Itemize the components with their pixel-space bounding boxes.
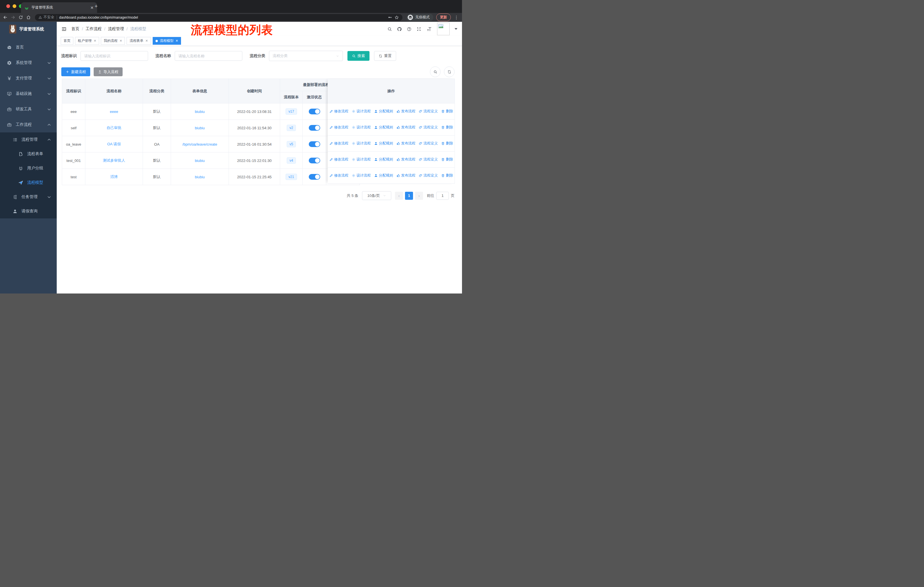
sidebar-item-7[interactable]: 流程表单 — [0, 147, 57, 161]
action-assign-user-link[interactable]: 分配规则 — [374, 125, 393, 130]
action-definition-link-link[interactable]: 流程定义 — [419, 157, 438, 162]
reload-icon[interactable] — [18, 15, 23, 20]
search-icon[interactable] — [387, 26, 392, 31]
sidebar-item-1[interactable]: 系统管理 — [0, 55, 57, 71]
form-info-link[interactable]: biubiu — [195, 126, 205, 130]
action-publish-thumb-link[interactable]: 发布流程 — [396, 125, 416, 130]
form-info-link[interactable]: biubiu — [195, 175, 205, 179]
sidebar-item-8[interactable]: 用户分组 — [0, 161, 57, 175]
process-name-link[interactable]: 滔博 — [110, 174, 118, 179]
action-pen-link[interactable]: 修改流程 — [329, 157, 348, 162]
category-select[interactable]: 流程分类 — [269, 51, 343, 61]
tag-close-icon[interactable]: ✕ — [119, 39, 122, 43]
action-assign-user-link[interactable]: 分配规则 — [374, 141, 393, 146]
create-process-button[interactable]: 新建流程 — [61, 67, 90, 76]
security-warning[interactable]: 不安全 — [38, 15, 54, 20]
process-name-link[interactable]: OA 请假 — [107, 142, 121, 147]
breadcrumb-item-0[interactable]: 首页 — [71, 26, 79, 31]
logo-row[interactable]: 芋道管理系统 — [0, 22, 57, 36]
address-bar[interactable]: 不安全 dashboard.yudao.iocoder.cn/bpm/manag… — [35, 14, 403, 21]
home-icon[interactable] — [26, 15, 31, 20]
action-pen-link[interactable]: 修改流程 — [329, 173, 348, 178]
refresh-table-button[interactable] — [444, 66, 455, 77]
sidebar-item-2[interactable]: 支付管理 — [0, 71, 57, 86]
browser-tab[interactable]: 芋道管理系统 ✕ — [21, 2, 97, 13]
tag-3[interactable]: 流程表单✕ — [127, 37, 151, 45]
forward-icon[interactable] — [11, 15, 15, 20]
import-process-button[interactable]: 导入流程 — [94, 67, 122, 76]
github-icon[interactable] — [397, 26, 402, 31]
browser-menu-icon[interactable]: ⋮ — [454, 15, 459, 20]
sidebar-item-6[interactable]: 流程管理 — [0, 132, 57, 147]
action-pen-link[interactable]: 修改流程 — [329, 125, 348, 130]
help-icon[interactable] — [407, 26, 412, 31]
action-publish-thumb-link[interactable]: 发布流程 — [396, 141, 416, 146]
next-page-button[interactable]: › — [415, 192, 423, 200]
action-assign-user-link[interactable]: 分配规则 — [374, 109, 393, 114]
action-assign-user-link[interactable]: 分配规则 — [374, 157, 393, 162]
form-info-link[interactable]: biubiu — [195, 109, 205, 114]
breadcrumb-item-1[interactable]: 工作流程 — [86, 26, 102, 31]
action-trash-link[interactable]: 删除 — [441, 109, 453, 114]
tag-1[interactable]: 租户管理✕ — [75, 37, 99, 45]
toggle-search-button[interactable] — [430, 66, 441, 77]
current-page-button[interactable]: 1 — [405, 192, 413, 200]
tag-close-icon[interactable]: ✕ — [145, 39, 148, 43]
breadcrumb-item-2[interactable]: 流程管理 — [108, 26, 124, 31]
action-definition-link-link[interactable]: 流程定义 — [419, 125, 438, 130]
sidebar-item-0[interactable]: 首页 — [0, 40, 57, 55]
sidebar-item-11[interactable]: 请假查询 — [0, 204, 57, 218]
sidebar-fold-icon[interactable] — [61, 26, 67, 32]
action-pen-link[interactable]: 修改流程 — [329, 109, 348, 114]
action-trash-link[interactable]: 删除 — [441, 125, 453, 130]
filter-name-input[interactable] — [175, 51, 242, 61]
tag-close-icon[interactable]: ✕ — [94, 39, 96, 43]
sidebar-item-5[interactable]: 工作流程 — [0, 117, 57, 132]
form-info-link[interactable]: /bpm/oa/leave/create — [182, 142, 217, 147]
action-design-gear-link[interactable]: 设计流程 — [352, 109, 371, 114]
action-design-gear-link[interactable]: 设计流程 — [352, 141, 371, 146]
browser-update-button[interactable]: 更新 — [436, 13, 451, 21]
action-assign-user-link[interactable]: 分配规则 — [374, 173, 393, 178]
process-name-link[interactable]: 测试多审批人 — [103, 158, 125, 163]
action-publish-thumb-link[interactable]: 发布流程 — [396, 157, 416, 162]
new-tab-button[interactable]: + — [94, 3, 98, 9]
active-status-toggle[interactable] — [309, 141, 320, 147]
action-design-gear-link[interactable]: 设计流程 — [352, 157, 371, 162]
close-window-button[interactable] — [6, 4, 10, 8]
action-trash-link[interactable]: 删除 — [441, 173, 453, 178]
fullscreen-icon[interactable] — [416, 26, 421, 31]
bookmark-star-icon[interactable] — [394, 15, 399, 20]
active-status-toggle[interactable] — [309, 109, 320, 114]
form-info-link[interactable]: biubiu — [195, 159, 205, 163]
action-trash-link[interactable]: 删除 — [441, 157, 453, 162]
filter-key-input[interactable] — [81, 51, 148, 61]
sidebar-item-3[interactable]: 基础设施 — [0, 86, 57, 101]
action-pen-link[interactable]: 修改流程 — [329, 141, 348, 146]
minimize-window-button[interactable] — [13, 4, 16, 8]
caret-down-icon[interactable] — [455, 28, 457, 31]
search-button[interactable]: 搜索 — [347, 51, 370, 61]
key-icon[interactable] — [388, 15, 392, 20]
action-definition-link-link[interactable]: 流程定义 — [419, 173, 438, 178]
action-definition-link-link[interactable]: 流程定义 — [419, 109, 438, 114]
action-publish-thumb-link[interactable]: 发布流程 — [396, 109, 416, 114]
process-name-link[interactable]: 自己审批 — [107, 125, 121, 131]
tag-4[interactable]: 流程模型✕ — [153, 37, 181, 45]
tab-close-icon[interactable]: ✕ — [90, 5, 94, 10]
goto-page-input[interactable] — [436, 192, 449, 200]
action-design-gear-link[interactable]: 设计流程 — [352, 125, 371, 130]
process-name-link[interactable]: eeee — [110, 109, 118, 114]
reset-button[interactable]: 重置 — [374, 51, 396, 61]
tag-close-icon[interactable]: ✕ — [176, 39, 178, 43]
prev-page-button[interactable]: ‹ — [395, 192, 403, 200]
tag-0[interactable]: 首页 — [61, 37, 73, 45]
active-status-toggle[interactable] — [309, 174, 320, 180]
active-status-toggle[interactable] — [309, 125, 320, 131]
active-status-toggle[interactable] — [309, 158, 320, 164]
tag-2[interactable]: 我的流程✕ — [101, 37, 125, 45]
sidebar-item-9[interactable]: 流程模型 — [0, 175, 57, 190]
action-publish-thumb-link[interactable]: 发布流程 — [396, 173, 416, 178]
action-trash-link[interactable]: 删除 — [441, 141, 453, 146]
window-controls[interactable] — [6, 4, 23, 8]
